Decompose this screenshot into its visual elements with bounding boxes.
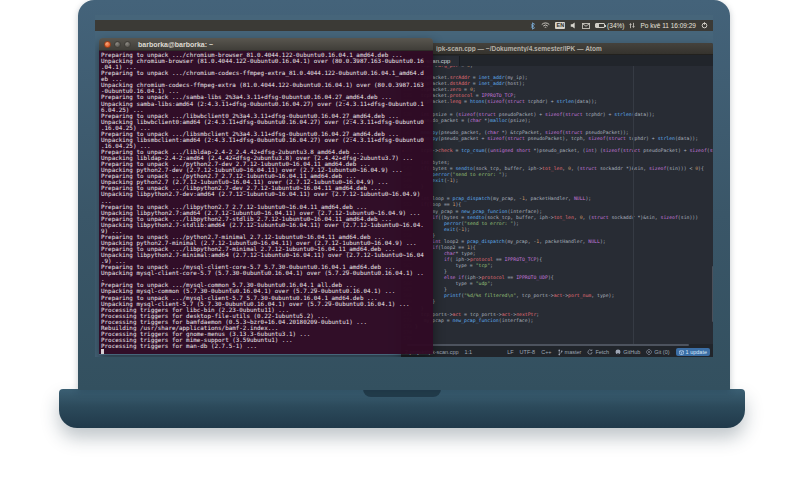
laptop-mockup: EN (34%) Po kvě 11 16:09:29	[0, 0, 800, 477]
laptop-base	[59, 389, 745, 428]
terminal-line: Unpacking libpython2.7:amd64 (2.7.12-1ub…	[101, 210, 433, 216]
terminal-line: Preparing to unpack .../libpython2.7-std…	[101, 216, 433, 222]
minimize-button[interactable]	[114, 41, 121, 48]
code-lines: 530 tcph->urg_ptr = 0;531 532 tcpPacket.…	[401, 66, 713, 342]
session-gear-icon[interactable]	[701, 22, 708, 29]
window-title: ipk-scan.cpp — ~/Dokumenty/4.semester/IP…	[436, 45, 602, 52]
package-icon	[679, 350, 684, 355]
battery-icon	[595, 23, 605, 28]
status-cursor-position[interactable]: 1:1	[465, 349, 473, 355]
terminal-line: Unpacking mysql-client-core-5.7 (5.7.30-…	[101, 270, 433, 276]
git-icon	[646, 349, 652, 355]
terminal-line: Unpacking mysql-client-5.7 (5.7.30-0ubun…	[101, 301, 433, 307]
sync-icon	[587, 349, 593, 355]
vertical-scrollbar[interactable]	[712, 266, 713, 322]
terminal-line: Unpacking chromium-browser (81.0.4044.12…	[101, 58, 433, 64]
github-icon	[615, 349, 621, 355]
ubuntu-top-panel: EN (34%) Po kvě 11 16:09:29	[95, 20, 713, 31]
wifi-icon[interactable]	[541, 22, 550, 29]
terminal-title: barborka@barborka: ~	[138, 41, 213, 48]
status-encoding[interactable]: UTF-8	[520, 349, 536, 355]
code-line[interactable]: 542 memcpy(pseudo_packet + sizeof(struct…	[401, 136, 713, 142]
terminal-line: Unpacking mysql-common (5.7.30-0ubuntu0.…	[101, 288, 433, 294]
terminal-cursor	[101, 349, 433, 354]
clock[interactable]: Po kvě 11 16:09:29	[640, 22, 696, 29]
battery-indicator[interactable]: (34%)	[595, 22, 624, 29]
close-button[interactable]	[104, 41, 111, 48]
keyboard-layout-indicator[interactable]: EN	[555, 22, 565, 29]
battery-label: (34%)	[607, 22, 624, 29]
terminal-line: Unpacking libpython2.7-minimal:amd64 (2.…	[101, 252, 433, 258]
atom-window: ipk-scan.cpp — ~/Dokumenty/4.semester/IP…	[401, 43, 713, 357]
code-line[interactable]: 544 tcph->check = tcp_csum((unsigned sho…	[401, 148, 713, 154]
atom-titlebar[interactable]: ipk-scan.cpp — ~/Dokumenty/4.semester/IP…	[401, 43, 713, 55]
terminal-line: Preparing to unpack .../chromium-codecs-…	[101, 70, 433, 76]
branch-icon	[558, 349, 563, 356]
status-github[interactable]: GitHub	[615, 349, 640, 355]
horizontal-scrollbar-thumb[interactable]	[407, 344, 689, 346]
terminal-titlebar[interactable]: barborka@barborka: ~	[99, 38, 433, 51]
terminal-line: Preparing to unpack .../libwbclient0_2%3…	[101, 113, 433, 119]
terminal-line: Unpacking libpython2.7-stdlib:amd64 (2.7…	[101, 222, 433, 228]
terminal-line: Unpacking libpython2.7-dev:amd64 (2.7.12…	[101, 191, 433, 197]
terminal-line: Unpacking libsmbclient:amd64 (2:4.3.11+d…	[101, 137, 433, 143]
atom-status-bar: 2.projekt/ipk-scan.cpp 1:1 LF UTF-8 C++ …	[401, 347, 713, 357]
status-grammar[interactable]: C++	[541, 349, 551, 355]
laptop-screen-bezel: EN (34%) Po kvě 11 16:09:29	[78, 0, 730, 390]
atom-tab-bar: C ipk-scan.cpp	[401, 55, 713, 66]
mail-icon[interactable]	[582, 23, 590, 29]
status-git-branch[interactable]: master	[558, 349, 582, 356]
terminal-line: Unpacking samba-libs:amd64 (2:4.3.11+dfs…	[101, 101, 433, 107]
bluetooth-icon[interactable]	[529, 22, 536, 30]
status-git-changes[interactable]: Git (0)	[646, 349, 669, 355]
terminal-line: Preparing to unpack .../samba-libs_2%3a4…	[101, 94, 433, 100]
network-arrows-icon[interactable]	[629, 22, 635, 29]
wrap-guide	[633, 66, 634, 344]
status-line-ending[interactable]: LF	[507, 349, 513, 355]
code-editor[interactable]: 530 tcph->urg_ptr = 0;531 532 tcpPacket.…	[401, 66, 713, 344]
ubuntu-desktop: EN (34%) Po kvě 11 16:09:29	[95, 15, 713, 357]
terminal-line: Unpacking libwbclient0:amd64 (2:4.3.11+d…	[101, 119, 433, 125]
status-updates-badge[interactable]: 1 update	[676, 348, 710, 356]
terminal-output[interactable]: Preparing to unpack .../chromium-browser…	[99, 51, 433, 354]
code-line[interactable]: 575	[401, 336, 713, 342]
laptop-lid-notch	[363, 389, 441, 397]
terminal-line: Preparing to unpack .../libsmbclient_2%3…	[101, 131, 433, 137]
horizontal-scrollbar[interactable]	[401, 344, 713, 347]
status-fetch[interactable]: Fetch	[587, 349, 609, 355]
maximize-button[interactable]	[124, 41, 131, 48]
volume-icon[interactable]	[570, 22, 577, 29]
terminal-window: barborka@barborka: ~ Preparing to unpack…	[99, 38, 433, 355]
